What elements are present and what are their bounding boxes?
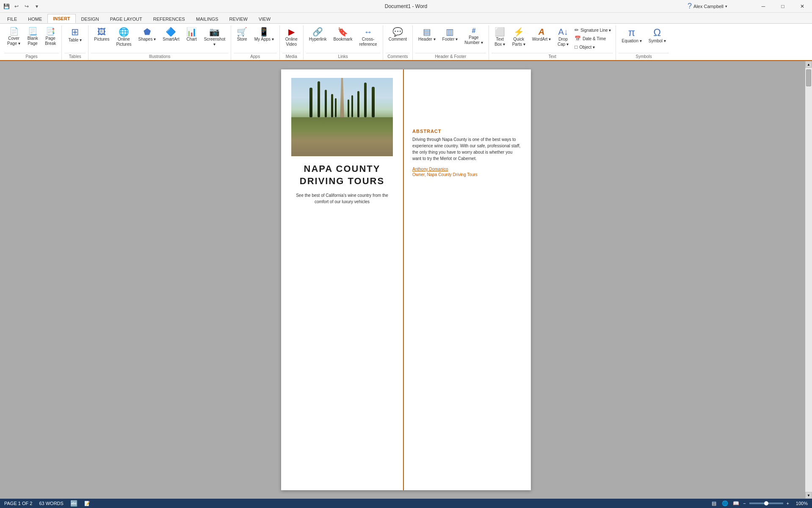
smartart-button[interactable]: 🔷 SmartArt xyxy=(160,25,182,44)
window-controls: ─ □ ✕ xyxy=(754,0,812,13)
shapes-button[interactable]: ⬟ Shapes ▾ xyxy=(135,25,159,44)
drop-cap-label: DropCap ▾ xyxy=(558,37,569,47)
signature-line-button[interactable]: ✏ Signature Line ▾ xyxy=(572,26,613,34)
header-button[interactable]: ▤ Header ▾ xyxy=(415,25,439,44)
header-icon: ▤ xyxy=(423,28,431,36)
tab-review[interactable]: REVIEW xyxy=(224,14,253,23)
page-number-label: PageNumber ▾ xyxy=(464,35,483,45)
hyperlink-button[interactable]: 🔗 Hyperlink xyxy=(306,25,330,44)
wordart-button[interactable]: A WordArt ▾ xyxy=(529,25,554,44)
redo-button[interactable]: ↪ xyxy=(22,2,31,11)
smartart-icon: 🔷 xyxy=(166,28,176,36)
language-check-icon[interactable]: 🔤 xyxy=(70,500,77,507)
hyperlink-label: Hyperlink xyxy=(309,37,327,42)
footer-label: Footer ▾ xyxy=(442,37,458,42)
table-button[interactable]: ⊞ Table ▾ xyxy=(64,25,86,45)
save-button[interactable]: 💾 xyxy=(2,2,11,11)
cross-reference-button[interactable]: ↔ Cross-reference xyxy=(356,25,380,49)
zoom-out-button[interactable]: − xyxy=(743,501,746,506)
cross-reference-icon: ↔ xyxy=(364,28,373,36)
status-bar: PAGE 1 OF 2 63 WORDS 🔤 📝 ▤ 🌐 📖 − + 100% xyxy=(0,499,812,508)
comment-icon: 💬 xyxy=(392,28,403,36)
my-apps-icon: 📱 xyxy=(259,28,269,36)
online-pictures-button[interactable]: 🌐 OnlinePictures xyxy=(113,25,134,49)
tree-6 xyxy=(372,87,375,117)
comment-button[interactable]: 💬 Comment xyxy=(386,25,410,44)
maximize-button[interactable]: □ xyxy=(773,0,793,13)
ribbon-group-comments: 💬 Comment Comments xyxy=(383,25,413,60)
page-info-text: PAGE 1 OF 2 xyxy=(4,501,32,506)
header-label: Header ▾ xyxy=(418,37,436,42)
date-time-button[interactable]: 📅 Date & Time xyxy=(572,35,613,42)
user-dropdown-icon[interactable]: ▾ xyxy=(725,4,727,8)
page-number-button[interactable]: # PageNumber ▾ xyxy=(461,25,486,47)
text-box-button[interactable]: ⬜ TextBox ▾ xyxy=(492,25,508,49)
pictures-icon: 🖼 xyxy=(97,28,106,36)
user-name: Alex Campbell xyxy=(693,4,724,9)
title-line1: NAPA COUNTY xyxy=(304,163,381,174)
document-page: NAPA COUNTY DRIVING TOURS See the best o… xyxy=(281,69,531,490)
scroll-down-arrow[interactable]: ▼ xyxy=(805,492,812,499)
symbol-button[interactable]: Ω Symbol ▾ xyxy=(646,25,669,46)
bookmark-icon: 🔖 xyxy=(337,28,348,36)
normal-view-button[interactable]: ▤ xyxy=(710,500,718,507)
zoom-slider[interactable] xyxy=(749,502,783,504)
tab-home[interactable]: HOME xyxy=(22,14,47,23)
minimize-button[interactable]: ─ xyxy=(754,0,773,13)
web-layout-button[interactable]: 🌐 xyxy=(721,500,729,507)
ribbon-group-media: ▶ OnlineVideo Media xyxy=(280,25,304,60)
tab-page-layout[interactable]: PAGE LAYOUT xyxy=(105,14,148,23)
vertical-scrollbar[interactable]: ▲ ▼ xyxy=(805,61,812,499)
ribbon-group-header-footer: ▤ Header ▾ ▥ Footer ▾ # PageNumber ▾ Hea… xyxy=(413,25,489,60)
online-video-button[interactable]: ▶ OnlineVideo xyxy=(282,25,301,49)
my-apps-button[interactable]: 📱 My Apps ▾ xyxy=(251,25,277,44)
overtype-toggle[interactable]: 📝 xyxy=(84,501,90,506)
ribbon-group-tables: ⊞ Table ▾ Tables xyxy=(62,25,88,60)
drop-cap-button[interactable]: A↓ DropCap ▾ xyxy=(555,25,572,49)
equation-button[interactable]: π Equation ▾ xyxy=(619,25,644,46)
screenshot-icon: 📷 xyxy=(209,28,220,36)
zoom-thumb[interactable] xyxy=(764,501,768,505)
quick-parts-icon: ⚡ xyxy=(514,28,524,36)
tree-4 xyxy=(331,94,333,117)
abstract-section: ABSTRACT Driving through Napa County is … xyxy=(412,129,522,177)
cover-page-button[interactable]: 📄 CoverPage ▾ xyxy=(4,25,23,48)
screenshot-button[interactable]: 📷 Screenshot ▾ xyxy=(201,25,228,49)
tab-references[interactable]: REFERENCES xyxy=(148,14,191,23)
undo-button[interactable]: ↩ xyxy=(12,2,21,11)
tab-mailings[interactable]: MAILINGS xyxy=(191,14,224,23)
zoom-in-button[interactable]: + xyxy=(787,501,789,506)
scroll-up-arrow[interactable]: ▲ xyxy=(805,61,812,68)
tab-design[interactable]: DESIGN xyxy=(76,14,105,23)
object-button[interactable]: □ Object ▾ xyxy=(572,43,613,51)
scroll-thumb[interactable] xyxy=(806,69,811,86)
chart-button[interactable]: 📊 Chart xyxy=(183,25,200,44)
comments-group-label: Comments xyxy=(386,53,410,60)
header-footer-group-label: Header & Footer xyxy=(415,53,486,60)
author-title: Owner, Napa County Driving Tours xyxy=(412,172,522,177)
blank-page-button[interactable]: 📃 BlankPage xyxy=(24,25,41,48)
customize-quick-access-button[interactable]: ▾ xyxy=(32,2,41,11)
object-label: Object ▾ xyxy=(579,45,595,50)
online-pictures-label: OnlinePictures xyxy=(116,37,131,47)
document-area[interactable]: NAPA COUNTY DRIVING TOURS See the best o… xyxy=(0,61,812,499)
author-name: Anthony Domanico xyxy=(412,167,522,171)
apps-group-label: Apps xyxy=(234,53,277,60)
pictures-button[interactable]: 🖼 Pictures xyxy=(91,25,112,44)
tab-file[interactable]: FILE xyxy=(2,14,22,23)
tab-view[interactable]: VIEW xyxy=(253,14,276,23)
store-button[interactable]: 🛒 Store xyxy=(234,25,251,44)
store-label: Store xyxy=(237,37,247,42)
date-time-icon: 📅 xyxy=(574,36,581,41)
tree-1 xyxy=(309,88,312,117)
title-bar: 💾 ↩ ↪ ▾ Document1 - Word ? Alex Campbell… xyxy=(0,0,812,13)
tab-insert[interactable]: INSERT xyxy=(47,14,75,23)
quick-parts-button[interactable]: ⚡ QuickParts ▾ xyxy=(509,25,528,49)
bookmark-button[interactable]: 🔖 Bookmark xyxy=(330,25,355,44)
shapes-icon: ⬟ xyxy=(144,28,151,36)
text-box-label: TextBox ▾ xyxy=(494,37,505,47)
footer-button[interactable]: ▥ Footer ▾ xyxy=(439,25,461,44)
close-button[interactable]: ✕ xyxy=(793,0,812,13)
page-break-button[interactable]: 📑 PageBreak xyxy=(42,25,59,48)
read-mode-button[interactable]: 📖 xyxy=(732,500,740,507)
